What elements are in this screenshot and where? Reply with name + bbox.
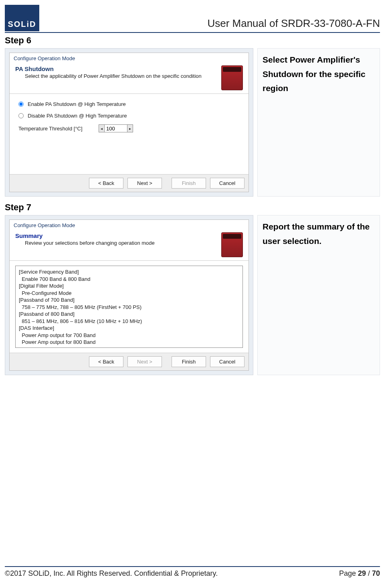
step6-window-title: Configure Operation Mode [10, 53, 249, 64]
page-indicator: Page 29 / 70 [339, 569, 380, 578]
page-sep: / [366, 569, 372, 577]
step6-description: Select Power Amplifier's Shutdown for th… [257, 48, 380, 197]
finish-button: Finish [172, 178, 206, 189]
cancel-button[interactable]: Cancel [210, 356, 244, 367]
temp-decrement-button[interactable]: ◂ [99, 125, 105, 132]
step6-window: Configure Operation Mode PA Shutdown Sel… [9, 53, 249, 192]
copyright: ©2017 SOLiD, Inc. All Rights Reserved. C… [5, 569, 218, 578]
radio-disable-row: Disable PA Shutdown @ High Temperature [18, 113, 240, 119]
step7-heading: Summary [15, 232, 217, 239]
step6-subheading: Select the applicability of Power Amplif… [15, 73, 217, 79]
step7-window-footer: < Back Next > Finish Cancel [10, 353, 249, 370]
step7-window-head: Summary Review your selections before ch… [10, 231, 249, 261]
step7-window-title: Configure Operation Mode [10, 220, 249, 231]
radio-enable-row: Enable PA Shutdown @ High Temperature [18, 101, 240, 107]
temp-threshold-label: Temperature Threshold [°C] [18, 126, 95, 132]
temp-threshold-input[interactable] [105, 125, 127, 132]
step7-subheading: Review your selections before changing o… [15, 240, 217, 246]
page-header: SOLiD User Manual of SRDR-33-7080-A-FN [5, 5, 380, 33]
step6-row: Configure Operation Mode PA Shutdown Sel… [5, 48, 380, 197]
temp-increment-button[interactable]: ▸ [127, 125, 133, 132]
step6-screenshot-cell: Configure Operation Mode PA Shutdown Sel… [5, 48, 253, 197]
page-total: 70 [372, 569, 380, 577]
device-icon [221, 232, 243, 257]
step6-window-head: PA Shutdown Select the applicability of … [10, 64, 249, 94]
step7-row: Configure Operation Mode Summary Review … [5, 215, 380, 375]
temp-threshold-field: ◂ ▸ [99, 124, 133, 132]
radio-disable[interactable] [18, 113, 24, 118]
back-button[interactable]: < Back [89, 178, 123, 189]
step7-label: Step 7 [5, 202, 380, 213]
back-button[interactable]: < Back [89, 356, 123, 367]
radio-disable-label: Disable PA Shutdown @ High Temperature [28, 113, 127, 119]
temp-threshold-row: Temperature Threshold [°C] ◂ ▸ [18, 124, 240, 132]
next-button: Next > [127, 356, 162, 367]
summary-textarea[interactable]: [Service Frequency Band] Enable 700 Band… [15, 266, 243, 348]
logo: SOLiD [5, 5, 39, 31]
finish-button[interactable]: Finish [172, 356, 206, 367]
radio-enable-label: Enable PA Shutdown @ High Temperature [28, 101, 126, 107]
step6-label: Step 6 [5, 35, 380, 46]
step7-description: Report the summary of the user selection… [257, 215, 380, 375]
step6-head-text: PA Shutdown Select the applicability of … [15, 65, 217, 79]
cancel-button[interactable]: Cancel [210, 178, 244, 189]
step7-window-body: [Service Frequency Band] Enable 700 Band… [10, 261, 249, 353]
step6-window-footer: < Back Next > Finish Cancel [10, 174, 249, 192]
step6-window-body: Enable PA Shutdown @ High Temperature Di… [10, 94, 249, 174]
page-prefix: Page [339, 569, 358, 577]
device-icon [221, 65, 243, 90]
page-footer: ©2017 SOLiD, Inc. All Rights Reserved. C… [5, 566, 380, 578]
step7-window: Configure Operation Mode Summary Review … [9, 219, 249, 371]
step7-screenshot-cell: Configure Operation Mode Summary Review … [5, 215, 253, 375]
next-button[interactable]: Next > [127, 178, 162, 189]
radio-enable[interactable] [18, 102, 24, 107]
page-current: 29 [358, 569, 366, 577]
step6-heading: PA Shutdown [15, 65, 217, 72]
step7-head-text: Summary Review your selections before ch… [15, 232, 217, 246]
manual-title: User Manual of SRDR-33-7080-A-FN [46, 17, 380, 31]
